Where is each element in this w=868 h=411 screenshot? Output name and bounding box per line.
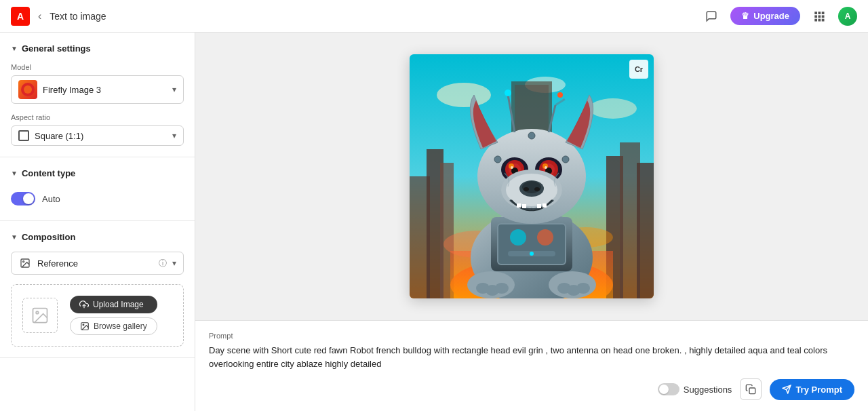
svg-point-74	[576, 283, 590, 294]
general-settings-header[interactable]: ▼ General settings	[11, 43, 184, 54]
svg-rect-1	[818, 12, 821, 14]
prompt-area: Prompt Day scene with Short cute red faw…	[195, 320, 868, 411]
general-settings-title: General settings	[22, 43, 91, 54]
browse-gallery-button[interactable]: Browse gallery	[70, 317, 157, 335]
generated-image	[410, 54, 654, 298]
model-thumbnail	[18, 80, 37, 99]
svg-point-48	[557, 92, 563, 98]
grid-icon	[813, 10, 825, 22]
svg-rect-6	[814, 18, 817, 21]
composition-header[interactable]: ▼ Composition	[11, 232, 184, 242]
upload-image-button[interactable]: Upload Image	[70, 296, 157, 313]
aspect-ratio-select[interactable]: Square (1:1) ▾	[11, 125, 184, 146]
svg-point-76	[562, 156, 569, 163]
comment-icon-button[interactable]	[701, 5, 722, 27]
reference-select[interactable]: Reference ⓘ ▾	[11, 252, 184, 275]
sidebar: ▼ General settings Model Firefly Image 3…	[0, 33, 195, 411]
topbar: A ‹ Text to image ♛ Upgrade A	[0, 0, 868, 33]
model-select[interactable]: Firefly Image 3 ▾	[11, 75, 184, 104]
browse-gallery-label: Browse gallery	[94, 321, 147, 331]
upgrade-crown-icon: ♛	[741, 11, 749, 21]
copy-prompt-button[interactable]	[740, 378, 762, 400]
model-label: Model	[11, 63, 184, 71]
page-title: Text to image	[50, 11, 106, 22]
svg-rect-78	[749, 388, 755, 394]
svg-point-66	[534, 187, 540, 191]
content-type-header[interactable]: ▼ Content type	[11, 168, 184, 178]
svg-point-10	[24, 85, 32, 94]
content-type-title: Content type	[22, 168, 75, 178]
chevron-down-icon-2: ▼	[11, 170, 18, 177]
copy-icon	[745, 384, 756, 395]
browse-icon	[80, 321, 90, 331]
svg-rect-2	[822, 12, 825, 14]
svg-rect-37	[498, 224, 566, 265]
composition-section: ▼ Composition Reference ⓘ ▾ Upload Im	[0, 221, 195, 358]
svg-point-71	[495, 283, 509, 294]
info-icon: ⓘ	[159, 258, 167, 269]
composition-title: Composition	[22, 232, 75, 242]
upgrade-button[interactable]: ♛ Upgrade	[730, 7, 800, 25]
prompt-footer: Suggestions Try Prompt	[209, 378, 854, 400]
svg-point-41	[530, 252, 534, 256]
svg-rect-4	[818, 15, 821, 18]
svg-rect-7	[818, 18, 821, 21]
image-placeholder-icon	[31, 306, 50, 325]
suggestions-toggle-row: Suggestions	[658, 383, 732, 395]
svg-point-64	[522, 181, 541, 193]
chevron-down-icon: ▼	[11, 45, 18, 52]
adobe-logo: A	[11, 7, 30, 26]
svg-point-14	[36, 311, 39, 314]
try-prompt-button[interactable]: Try Prompt	[770, 379, 854, 400]
cr-badge: Cr	[629, 60, 648, 79]
aspect-chevron-icon: ▾	[172, 131, 176, 140]
suggestions-toggle[interactable]	[658, 383, 679, 395]
reference-icon	[18, 256, 32, 270]
svg-point-38	[510, 229, 526, 246]
model-thumb-icon	[21, 83, 35, 96]
content-type-section: ▼ Content type Auto	[0, 157, 195, 221]
reference-name: Reference	[37, 258, 153, 269]
toggle-knob	[23, 193, 34, 204]
square-aspect-icon	[18, 130, 29, 141]
upload-image-label: Upload Image	[93, 300, 144, 309]
svg-point-75	[494, 156, 501, 163]
svg-point-45	[505, 90, 511, 96]
avatar[interactable]: A	[838, 7, 857, 26]
svg-point-17	[83, 324, 84, 326]
main-layout: ▼ General settings Model Firefly Image 3…	[0, 33, 868, 411]
upload-placeholder-icon	[22, 298, 58, 333]
model-name: Firefly Image 3	[43, 85, 167, 95]
svg-point-60	[545, 166, 547, 169]
auto-toggle[interactable]	[11, 192, 35, 206]
image-ref-icon	[20, 258, 31, 269]
prompt-label: Prompt	[209, 332, 854, 340]
svg-point-12	[23, 261, 24, 262]
apps-grid-button[interactable]	[808, 5, 830, 27]
svg-rect-27	[637, 163, 654, 298]
topbar-right: ♛ Upgrade A	[701, 5, 857, 27]
auto-toggle-row: Auto	[11, 188, 184, 210]
aspect-ratio-name: Square (1:1)	[35, 131, 167, 141]
svg-rect-0	[814, 12, 817, 14]
svg-rect-8	[822, 18, 825, 21]
send-icon	[782, 385, 791, 394]
upload-icon	[79, 300, 89, 309]
upload-buttons: Upload Image Browse gallery	[70, 296, 157, 335]
svg-point-39	[537, 229, 553, 246]
svg-point-19	[437, 83, 491, 107]
svg-point-65	[524, 187, 529, 191]
aspect-ratio-label: Aspect ratio	[11, 113, 184, 121]
image-area: Cr	[195, 33, 868, 320]
comment-icon	[705, 10, 717, 22]
model-chevron-icon: ▾	[172, 85, 176, 94]
prompt-text[interactable]: Day scene with Short cute red fawn Robot…	[209, 344, 854, 370]
upload-area: Upload Image Browse gallery	[11, 284, 184, 347]
content-area: Cr Prompt Day scene with Short cute red …	[195, 33, 868, 411]
avatar-initials: A	[845, 12, 851, 21]
back-button[interactable]: ‹	[35, 7, 44, 25]
cr-badge-text: Cr	[635, 65, 643, 73]
svg-point-77	[528, 132, 535, 139]
chevron-down-icon-3: ▼	[11, 233, 18, 241]
generated-image-container: Cr	[410, 54, 654, 298]
